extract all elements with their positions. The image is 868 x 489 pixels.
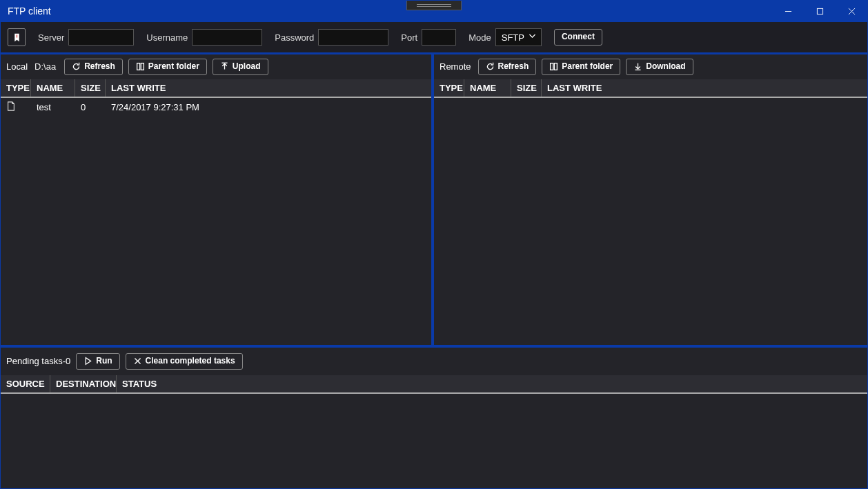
remote-col-name[interactable]: NAME	[464, 79, 511, 97]
refresh-icon	[72, 62, 81, 71]
refresh-icon	[486, 62, 495, 71]
remote-pane: Remote Refresh Parent folder Download TY…	[434, 54, 867, 345]
connection-toolbar: Server Username Password Port Mode SFTP …	[1, 21, 867, 53]
connect-button[interactable]: Connect	[554, 29, 602, 46]
remote-title: Remote	[440, 61, 471, 72]
remote-table-body[interactable]	[434, 98, 867, 345]
server-group: Server	[38, 29, 134, 46]
panes: Local D:\aa Refresh Parent folder Upload…	[1, 53, 867, 345]
local-pane: Local D:\aa Refresh Parent folder Upload…	[1, 54, 434, 345]
password-label: Password	[275, 32, 314, 43]
svg-marker-13	[86, 358, 90, 365]
local-title: Local	[6, 61, 28, 72]
row-name: test	[31, 99, 75, 116]
close-icon	[133, 357, 142, 366]
port-group: Port	[401, 29, 456, 46]
remote-download-button[interactable]: Download	[626, 59, 693, 75]
local-table: TYPE NAME SIZE LAST WRITE test 0 7/24/20…	[1, 79, 431, 345]
remote-col-size[interactable]: SIZE	[511, 79, 542, 97]
remote-col-type[interactable]: TYPE	[434, 79, 464, 97]
remote-header-row: TYPE NAME SIZE LAST WRITE	[434, 79, 867, 98]
local-header-row: TYPE NAME SIZE LAST WRITE	[1, 79, 431, 98]
remote-col-lastwrite[interactable]: LAST WRITE	[542, 79, 867, 97]
tasks-clean-button[interactable]: Clean completed tasks	[126, 353, 243, 370]
mode-group: Mode SFTP	[468, 28, 542, 46]
mode-label: Mode	[468, 32, 491, 43]
remote-refresh-button[interactable]: Refresh	[478, 59, 537, 75]
tasks-col-source[interactable]: SOURCE	[1, 375, 50, 392]
local-col-type[interactable]: TYPE	[1, 79, 31, 97]
titlebar[interactable]: FTP client	[1, 1, 867, 21]
download-icon	[633, 62, 642, 71]
local-refresh-button[interactable]: Refresh	[64, 59, 123, 75]
server-label: Server	[38, 32, 64, 43]
window: FTP client Server Username Password	[0, 0, 868, 489]
mode-select[interactable]: SFTP	[495, 28, 542, 46]
remote-toolbar: Remote Refresh Parent folder Download	[434, 54, 867, 79]
svg-rect-1	[817, 8, 822, 14]
close-button[interactable]	[836, 1, 867, 21]
grip-icon[interactable]	[406, 1, 462, 10]
password-group: Password	[275, 29, 388, 46]
chevron-down-icon	[528, 32, 537, 43]
bookmark-icon	[12, 33, 21, 42]
upload-icon	[220, 62, 229, 71]
local-col-lastwrite[interactable]: LAST WRITE	[106, 79, 431, 97]
tasks-title: Pending tasks-0	[6, 356, 70, 366]
svg-rect-10	[555, 63, 558, 70]
remote-table: TYPE NAME SIZE LAST WRITE	[434, 79, 867, 345]
tasks-body[interactable]	[1, 394, 867, 488]
username-group: Username	[146, 29, 262, 46]
parent-folder-icon	[549, 62, 558, 71]
tasks-col-destination[interactable]: DESTINATION	[50, 375, 117, 392]
table-row[interactable]: test 0 7/24/2017 9:27:31 PM	[1, 98, 431, 117]
server-input[interactable]	[68, 29, 134, 46]
remote-parent-button[interactable]: Parent folder	[542, 59, 620, 75]
local-upload-button[interactable]: Upload	[213, 59, 268, 75]
mode-value: SFTP	[502, 32, 524, 43]
password-input[interactable]	[318, 29, 388, 46]
local-table-body[interactable]: test 0 7/24/2017 9:27:31 PM	[1, 98, 431, 345]
profile-button[interactable]	[8, 28, 26, 46]
username-input[interactable]	[192, 29, 262, 46]
local-parent-button[interactable]: Parent folder	[128, 59, 207, 75]
svg-rect-9	[551, 63, 553, 70]
tasks-run-button[interactable]: Run	[76, 353, 119, 370]
row-size: 0	[75, 99, 106, 116]
port-label: Port	[401, 32, 417, 43]
svg-rect-4	[16, 34, 17, 37]
row-lastwrite: 7/24/2017 9:27:31 PM	[106, 99, 431, 116]
tasks-toolbar: Pending tasks-0 Run Clean completed task…	[1, 348, 867, 375]
local-col-name[interactable]: NAME	[31, 79, 75, 97]
svg-rect-5	[137, 63, 139, 70]
row-type-icon-cell	[1, 98, 31, 117]
local-col-size[interactable]: SIZE	[75, 79, 106, 97]
maximize-button[interactable]	[804, 1, 836, 21]
minimize-button[interactable]	[772, 1, 804, 21]
window-title: FTP client	[8, 6, 51, 17]
play-icon	[83, 357, 92, 366]
file-icon	[6, 101, 16, 111]
tasks-panel: Pending tasks-0 Run Clean completed task…	[1, 345, 867, 488]
local-toolbar: Local D:\aa Refresh Parent folder Upload	[1, 54, 431, 79]
tasks-col-status[interactable]: STATUS	[117, 375, 161, 392]
port-input[interactable]	[422, 29, 456, 46]
username-label: Username	[146, 32, 188, 43]
tasks-header-row: SOURCE DESTINATION STATUS	[1, 375, 867, 394]
local-path: D:\aa	[34, 61, 56, 72]
parent-folder-icon	[136, 62, 145, 71]
svg-rect-6	[141, 63, 144, 70]
